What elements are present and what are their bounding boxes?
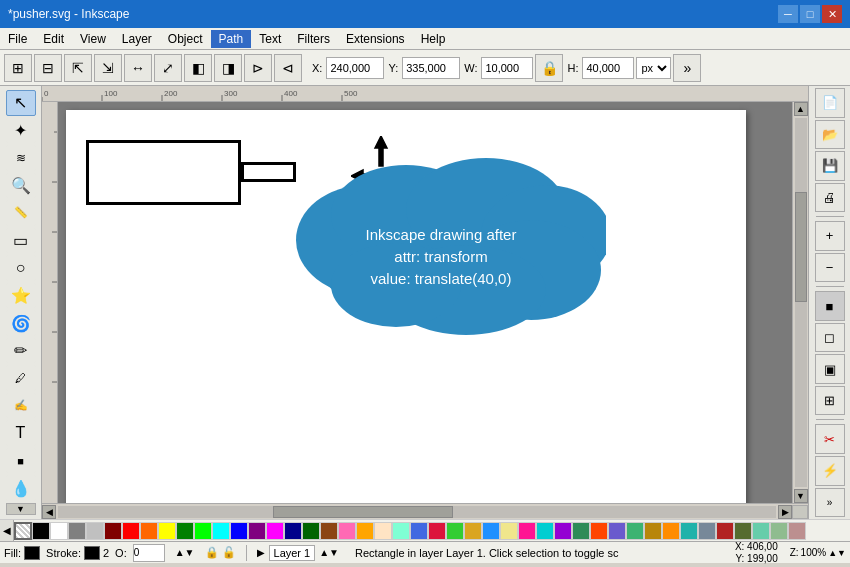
rp-open[interactable]: 📂 <box>815 120 845 150</box>
palette-color-swatch[interactable] <box>230 522 248 540</box>
palette-color-swatch[interactable] <box>554 522 572 540</box>
palette-color-swatch[interactable] <box>302 522 320 540</box>
tb-btn-2[interactable]: ⊟ <box>34 54 62 82</box>
calligraphy-tool[interactable]: ✍ <box>6 393 36 419</box>
rp-stroke[interactable]: ◻ <box>815 323 845 353</box>
menu-file[interactable]: File <box>0 30 35 48</box>
rp-zoom-out[interactable]: − <box>815 253 845 283</box>
tweak-tool[interactable]: ≋ <box>6 145 36 171</box>
palette-color-swatch[interactable] <box>158 522 176 540</box>
palette-color-swatch[interactable] <box>32 522 50 540</box>
menu-layer[interactable]: Layer <box>114 30 160 48</box>
canvas[interactable]: Inkscape drawing after attr: transform v… <box>58 102 808 503</box>
stroke-swatch[interactable] <box>84 546 100 560</box>
ellipse-tool[interactable]: ○ <box>6 255 36 281</box>
palette-color-swatch[interactable] <box>410 522 428 540</box>
palette-left-arrow[interactable]: ◀ <box>0 520 14 542</box>
fill-swatch[interactable] <box>24 546 40 560</box>
palette-color-swatch[interactable] <box>626 522 644 540</box>
palette-color-swatch[interactable] <box>788 522 806 540</box>
palette-color-swatch[interactable] <box>176 522 194 540</box>
tb-btn-8[interactable]: ◨ <box>214 54 242 82</box>
gradient-tool[interactable]: ■ <box>6 448 36 474</box>
palette-color-swatch[interactable] <box>338 522 356 540</box>
no-color-swatch[interactable] <box>14 522 32 540</box>
scroll-down-button[interactable]: ▼ <box>794 489 808 503</box>
palette-color-swatch[interactable] <box>320 522 338 540</box>
palette-color-swatch[interactable] <box>212 522 230 540</box>
minimize-button[interactable]: ─ <box>778 5 798 23</box>
maximize-button[interactable]: □ <box>800 5 820 23</box>
palette-color-swatch[interactable] <box>356 522 374 540</box>
close-button[interactable]: ✕ <box>822 5 842 23</box>
palette-color-swatch[interactable] <box>248 522 266 540</box>
scroll-left-button[interactable]: ◀ <box>42 505 56 519</box>
y-input[interactable] <box>402 57 460 79</box>
palette-color-swatch[interactable] <box>716 522 734 540</box>
lock-aspect-button[interactable]: 🔒 <box>535 54 563 82</box>
pencil-tool[interactable]: ✏ <box>6 338 36 364</box>
menu-edit[interactable]: Edit <box>35 30 72 48</box>
tb-btn-9[interactable]: ⊳ <box>244 54 272 82</box>
palette-color-swatch[interactable] <box>266 522 284 540</box>
rp-gradient[interactable]: ▣ <box>815 354 845 384</box>
rect-tool[interactable]: ▭ <box>6 228 36 254</box>
tb-btn-10[interactable]: ⊲ <box>274 54 302 82</box>
palette-color-swatch[interactable] <box>680 522 698 540</box>
unit-select[interactable]: px mm cm in <box>636 57 671 79</box>
palette-color-swatch[interactable] <box>50 522 68 540</box>
rp-print[interactable]: 🖨 <box>815 183 845 213</box>
pen-tool[interactable]: 🖊 <box>6 365 36 391</box>
tb-btn-3[interactable]: ⇱ <box>64 54 92 82</box>
rp-zoom-in[interactable]: + <box>815 221 845 251</box>
palette-color-swatch[interactable] <box>752 522 770 540</box>
menu-extensions[interactable]: Extensions <box>338 30 413 48</box>
palette-color-swatch[interactable] <box>428 522 446 540</box>
rp-more[interactable]: » <box>815 488 845 518</box>
scroll-up-button[interactable]: ▲ <box>794 102 808 116</box>
tb-btn-1[interactable]: ⊞ <box>4 54 32 82</box>
palette-color-swatch[interactable] <box>572 522 590 540</box>
node-tool[interactable]: ✦ <box>6 118 36 144</box>
palette-color-swatch[interactable] <box>698 522 716 540</box>
palette-color-swatch[interactable] <box>662 522 680 540</box>
zoom-tool[interactable]: 🔍 <box>6 173 36 199</box>
palette-color-swatch[interactable] <box>140 522 158 540</box>
palette-color-swatch[interactable] <box>122 522 140 540</box>
tb-btn-5[interactable]: ↔ <box>124 54 152 82</box>
palette-color-swatch[interactable] <box>590 522 608 540</box>
palette-color-swatch[interactable] <box>86 522 104 540</box>
tb-btn-6[interactable]: ⤢ <box>154 54 182 82</box>
menu-help[interactable]: Help <box>413 30 454 48</box>
left-tools-more[interactable]: ▼ <box>6 503 36 515</box>
v-scroll-thumb[interactable] <box>795 192 807 303</box>
scroll-right-button[interactable]: ▶ <box>778 505 792 519</box>
palette-color-swatch[interactable] <box>734 522 752 540</box>
palette-color-swatch[interactable] <box>536 522 554 540</box>
palette-color-swatch[interactable] <box>644 522 662 540</box>
menu-view[interactable]: View <box>72 30 114 48</box>
palette-color-swatch[interactable] <box>770 522 788 540</box>
select-tool[interactable]: ↖ <box>6 90 36 116</box>
palette-color-swatch[interactable] <box>392 522 410 540</box>
tb-btn-4[interactable]: ⇲ <box>94 54 122 82</box>
menu-text[interactable]: Text <box>251 30 289 48</box>
h-input[interactable] <box>582 57 634 79</box>
h-scroll-thumb[interactable] <box>273 506 453 518</box>
palette-color-swatch[interactable] <box>104 522 122 540</box>
menu-path[interactable]: Path <box>211 30 252 48</box>
star-tool[interactable]: ⭐ <box>6 283 36 309</box>
palette-color-swatch[interactable] <box>284 522 302 540</box>
palette-color-swatch[interactable] <box>464 522 482 540</box>
main-rect[interactable] <box>86 140 241 205</box>
measure-tool[interactable]: 📏 <box>6 200 36 226</box>
tb-more[interactable]: » <box>673 54 701 82</box>
rp-align[interactable]: ⚡ <box>815 456 845 486</box>
text-tool[interactable]: T <box>6 420 36 446</box>
rp-fill[interactable]: ■ <box>815 291 845 321</box>
dropper-tool[interactable]: 💧 <box>6 475 36 501</box>
palette-color-swatch[interactable] <box>482 522 500 540</box>
palette-color-swatch[interactable] <box>518 522 536 540</box>
palette-color-swatch[interactable] <box>608 522 626 540</box>
spiral-tool[interactable]: 🌀 <box>6 310 36 336</box>
